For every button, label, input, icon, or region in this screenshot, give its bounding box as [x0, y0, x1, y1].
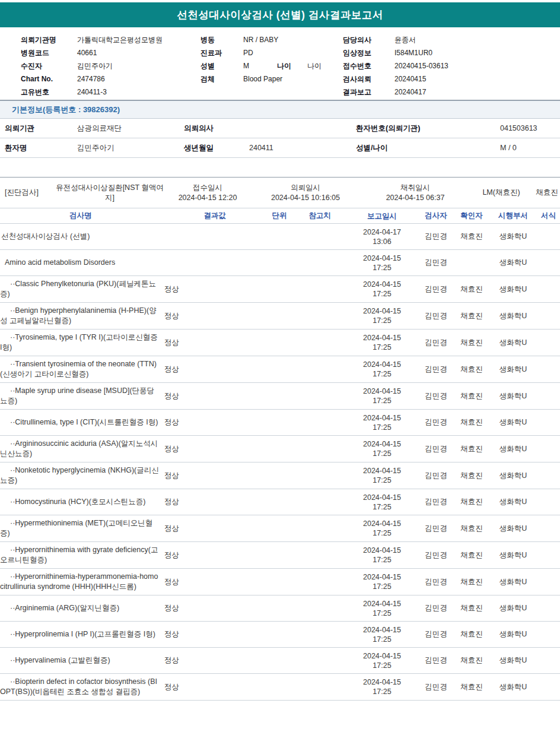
- header-report-date: 보고일시: [346, 211, 418, 221]
- tester-name: 김민경: [418, 365, 454, 375]
- result-value: 정상: [161, 471, 265, 481]
- verifier-name: 채효진: [454, 338, 489, 348]
- basic-info-row: 환자명 김민주아기 생년월일 240411 성별/나이 M / 0: [0, 138, 560, 158]
- test-name: ··Hyperornithinemia-hyperammonemia-homoc…: [0, 569, 161, 595]
- report-time: 17:25: [346, 555, 418, 565]
- field-value: I584M1UR0: [394, 49, 432, 57]
- field-value: 240411-3: [77, 88, 107, 96]
- info-field-value: 삼광의료재단: [77, 123, 122, 134]
- field-label: 결과보고: [343, 87, 394, 97]
- tester-name: 김민경: [418, 417, 454, 427]
- tester-name: 김민경: [418, 577, 454, 587]
- report-date: 2024-04-15: [346, 493, 418, 502]
- header-tester: 검사자: [418, 211, 454, 221]
- field-label: 접수번호: [343, 61, 394, 71]
- patient-header-row: 의뢰기관명 가톨릭대학교은평성모병원: [21, 33, 193, 46]
- field-value: 2474786: [77, 75, 105, 83]
- field-label: 임상정보: [343, 48, 394, 58]
- table-row: Amino acid metabolism Disorders 2024-04-…: [0, 250, 560, 276]
- test-name: 선천성대사이상검사 (선별): [0, 229, 161, 245]
- results-header-row: 검사명 결과값 단위 참고치 보고일시 검사자 확인자 시행부서 서식: [0, 208, 560, 224]
- verifier-name: 채효진: [454, 550, 489, 560]
- report-time: 17:25: [346, 582, 418, 591]
- result-value: 정상: [161, 577, 265, 587]
- test-name: ··Hypervalinemia (고발린혈증): [0, 652, 161, 669]
- report-date: 2024-04-15: [346, 519, 418, 528]
- report-time: 17:25: [346, 661, 418, 670]
- basic-info-heading: 기본정보(등록번호 : 39826392): [0, 101, 560, 119]
- test-name: ··Benign hyperphenylalaninemia (H-PHE)(양…: [0, 303, 161, 329]
- tester-name: 김민경: [418, 444, 454, 454]
- tester-name: 김민경: [418, 655, 454, 666]
- patient-header-row: 접수번호 20240415-03613: [343, 59, 479, 72]
- patient-header-col-1: 의뢰기관명 가톨릭대학교은평성모병원 병원코드 40661 수진자 김민주아기 …: [21, 33, 193, 99]
- result-value: 정상: [161, 524, 265, 534]
- field-label: Chart No.: [21, 75, 77, 83]
- department-name: 생화학U: [489, 655, 537, 666]
- result-value: 정상: [161, 550, 265, 560]
- report-datetime: 2024-04-15 17:25: [346, 439, 418, 458]
- info-field-label: 환자번호(의뢰기관): [356, 123, 500, 134]
- result-value: 정상: [161, 365, 265, 375]
- test-name: ··Nonketotic hyperglycinemia (NKHG)(글리신뇨…: [0, 462, 161, 489]
- report-date: 2024-04-15: [346, 306, 418, 316]
- verifier-name: 채효진: [454, 603, 489, 613]
- report-date: 2024-04-15: [346, 466, 418, 476]
- report-datetime: 2024-04-15 17:25: [346, 333, 418, 352]
- field-value: 20240415: [394, 75, 426, 83]
- report-datetime: 2024-04-15 17:25: [346, 546, 418, 565]
- department-name: 생화학U: [489, 550, 537, 560]
- test-name: ··Citrullinemia, type I (CIT)(시트룰린혈증 I형): [0, 414, 161, 430]
- field-label: 진료과: [201, 48, 243, 58]
- table-row: ··Benign hyperphenylalaninemia (H-PHE)(양…: [0, 303, 560, 330]
- test-name: ··Hypermethioninemia (MET)(고메티오닌혈증): [0, 515, 161, 541]
- report-datetime: 2024-04-15 17:25: [346, 386, 418, 405]
- patient-header-row: 수진자 김민주아기: [21, 59, 193, 72]
- result-value: 정상: [161, 497, 265, 507]
- field-label: 병동: [201, 35, 243, 45]
- request-datetime: 의뢰일시 2024-04-15 10:16:05: [249, 183, 362, 203]
- field-value: NR / BABY: [243, 36, 278, 44]
- report-title-banner: 선천성대사이상검사 (선별) 검사결과보고서: [0, 2, 560, 27]
- test-name: Amino acid metabolism Disorders: [0, 255, 161, 271]
- patient-header-row: Chart No. 2474786: [21, 72, 193, 85]
- verifier-name: 채효진: [454, 284, 489, 294]
- report-time: 17:25: [346, 343, 418, 352]
- department-name: 생화학U: [489, 232, 537, 242]
- result-value: 정상: [161, 655, 265, 666]
- table-row: ··Biopterin defect in cofactor biosynthe…: [0, 674, 560, 701]
- verifier-name: 채효진: [454, 232, 489, 242]
- table-row: ··Hyperornithinemia-hyperammonemia-homoc…: [0, 569, 560, 595]
- report-datetime: 2024-04-15 17:25: [346, 254, 418, 273]
- report-time: 17:25: [346, 396, 418, 405]
- department-name: 생화학U: [489, 338, 537, 348]
- tester-name: 김민경: [418, 471, 454, 481]
- report-time: 17:25: [346, 316, 418, 325]
- report-page: 선천성대사이상검사 (선별) 검사결과보고서 의뢰기관명 가톨릭대학교은평성모병…: [0, 0, 560, 735]
- info-field-label: 성별/나이: [356, 143, 500, 153]
- department-name: 생화학U: [489, 577, 537, 587]
- result-value: 정상: [161, 311, 265, 321]
- tester-name: 김민경: [418, 603, 454, 613]
- test-name: ··Classic Phenylketonuria (PKU)(페닐케톤뇨증): [0, 276, 161, 302]
- field-label: 의뢰기관명: [21, 35, 77, 45]
- header-form: 서식: [537, 211, 560, 221]
- patient-header-row: 임상정보 I584M1UR0: [343, 46, 479, 59]
- header-test-name: 검사명: [0, 211, 161, 221]
- report-datetime: 2024-04-15 17:25: [346, 625, 418, 644]
- department-name: 생화학U: [489, 497, 537, 507]
- verifier-name: 채효진: [454, 497, 489, 507]
- report-date: 2024-04-15: [346, 572, 418, 582]
- field-label: 검사의뢰: [343, 74, 394, 84]
- patient-header-row: 검사의뢰 20240415: [343, 72, 479, 85]
- info-field: 의뢰기관 삼광의료재단: [5, 123, 184, 134]
- verifier-name: 채효진: [454, 629, 489, 639]
- result-value: 정상: [161, 391, 265, 401]
- field-value: 20240415-03613: [394, 62, 448, 70]
- patient-header-row: 검체 Blood Paper: [201, 72, 322, 85]
- collect-value: 2024-04-15 06:37: [362, 193, 469, 203]
- verifier-name: 채효진: [454, 311, 489, 321]
- info-field-value: 김민주아기: [77, 143, 114, 153]
- basic-info-row: 의뢰기관 삼광의료재단 의뢰의사 환자번호(의뢰기관) 041503613: [0, 119, 560, 138]
- report-date: 2024-04-17: [346, 227, 418, 237]
